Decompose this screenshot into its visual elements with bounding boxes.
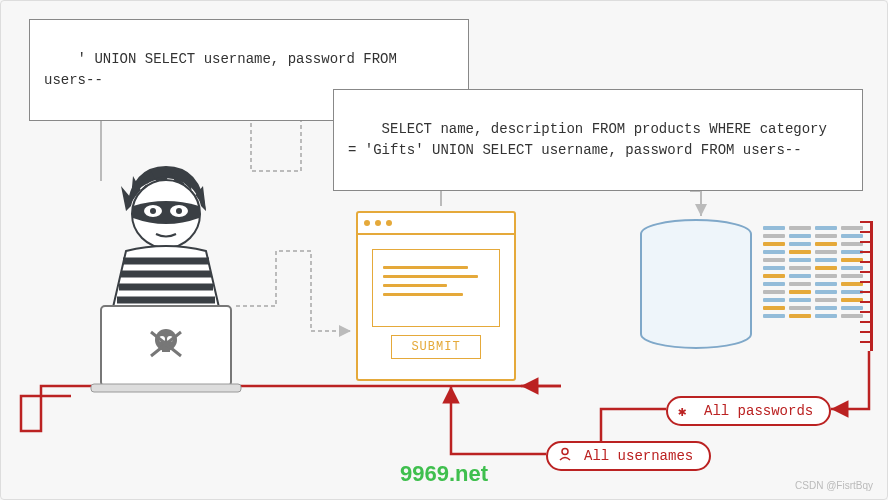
passwords-label: All passwords [704, 403, 813, 419]
submit-label: SUBMIT [411, 340, 460, 354]
all-usernames-pill: All usernames [546, 441, 711, 471]
extracted-column-marker [867, 221, 873, 351]
asterisk-icon: ✱ [678, 403, 686, 420]
attacker-illustration [71, 156, 261, 396]
browser-titlebar [358, 213, 514, 235]
database-icon [636, 219, 756, 354]
resulting-query-box: SELECT name, description FROM products W… [333, 89, 863, 191]
form-injection-marker [358, 385, 514, 387]
svg-point-4 [176, 208, 182, 214]
user-icon [558, 447, 572, 465]
injection-query-text: ' UNION SELECT username, password FROM u… [44, 51, 405, 88]
leaked-data-rows [763, 226, 863, 322]
credit-text: CSDN @FisrtBqy [795, 480, 873, 491]
submit-button[interactable]: SUBMIT [391, 335, 481, 359]
web-form: SUBMIT [356, 211, 516, 381]
svg-point-12 [562, 449, 568, 455]
svg-rect-6 [91, 384, 241, 392]
diagram-canvas: ' UNION SELECT username, password FROM u… [0, 0, 888, 500]
form-textarea [372, 249, 500, 327]
all-passwords-pill: ✱ All passwords [666, 396, 831, 426]
watermark-text: 9969.net [400, 461, 488, 487]
usernames-label: All usernames [584, 448, 693, 464]
resulting-query-text: SELECT name, description FROM products W… [348, 121, 827, 158]
svg-point-3 [150, 208, 156, 214]
